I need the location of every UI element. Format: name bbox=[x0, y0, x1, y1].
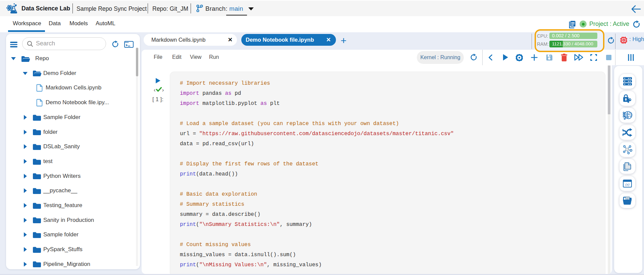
svg-text:(x): (x) bbox=[626, 183, 630, 187]
